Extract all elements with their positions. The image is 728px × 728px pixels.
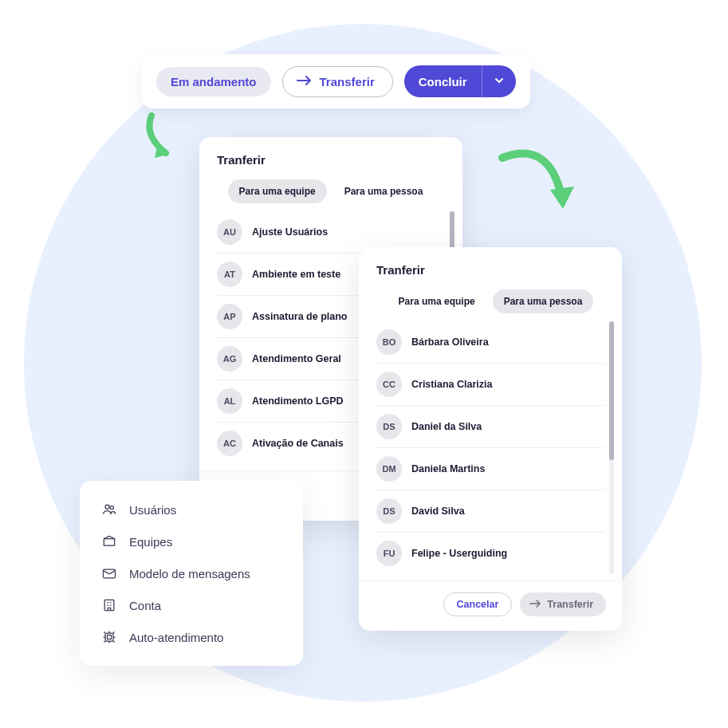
action-toolbar: Em andamento Transferir Concluir	[142, 54, 530, 108]
sidebar-item-selfservice[interactable]: Auto-atendimento	[100, 621, 282, 653]
avatar: CC	[376, 372, 402, 397]
tab-person[interactable]: Para uma pessoa	[493, 289, 594, 313]
avatar: DS	[376, 414, 402, 439]
concluir-dropdown-toggle[interactable]	[482, 67, 516, 96]
modal-tabs: Para uma equipe Para uma pessoa	[359, 289, 622, 321]
avatar: AU	[217, 219, 242, 245]
modal-title: Tranferir	[199, 137, 462, 179]
avatar: AG	[217, 346, 242, 372]
list-item[interactable]: FU Felipe - Userguiding	[376, 533, 604, 574]
transfer-submit-button[interactable]: Transferir	[520, 592, 606, 616]
list-item-label: Assinatura de plano	[252, 311, 347, 322]
envelope-icon	[100, 565, 118, 582]
avatar: FU	[376, 541, 402, 566]
list-item-label: Atendimento LGPD	[252, 395, 344, 407]
settings-menu: Usuários Equipes Modelo de mensagens Con…	[80, 481, 303, 666]
svg-rect-4	[105, 633, 113, 641]
modal-footer: Cancelar Transferir	[359, 580, 622, 631]
sidebar-item-message-templates[interactable]: Modelo de mensagens	[100, 557, 282, 589]
sidebar-item-label: Auto-atendimento	[129, 631, 223, 644]
transfer-label: Transferir	[320, 75, 375, 89]
tab-team[interactable]: Para uma equipe	[388, 289, 486, 313]
chip-icon	[100, 628, 118, 646]
list-item[interactable]: DS David Silva	[376, 490, 604, 533]
list-item-label: Felipe - Userguiding	[411, 548, 507, 559]
avatar: DS	[376, 498, 402, 524]
svg-point-1	[110, 506, 113, 509]
list-item[interactable]: DM Daniela Martins	[376, 448, 604, 490]
list-item-label: Daniel da Silva	[411, 421, 482, 432]
list-item-label: David Silva	[411, 506, 465, 517]
list-item-label: Cristiana Clarizia	[411, 379, 492, 390]
list-item[interactable]: CC Cristiana Clarizia	[376, 364, 604, 406]
list-item[interactable]: DS Daniel da Silva	[376, 406, 604, 448]
avatar: DM	[376, 456, 402, 482]
avatar: AP	[217, 304, 242, 329]
arrow-right-icon	[296, 74, 313, 89]
modal-tabs: Para uma equipe Para uma pessoa	[199, 179, 462, 211]
status-label: Em andamento	[171, 75, 257, 89]
list-item-label: Bárbara Oliveira	[411, 336, 489, 348]
building-icon	[100, 596, 118, 614]
person-list: BO Bárbara Oliveira CC Cristiana Clarizi…	[359, 321, 622, 574]
svg-rect-3	[104, 600, 114, 610]
cancel-button[interactable]: Cancelar	[443, 592, 513, 616]
users-icon	[100, 501, 118, 518]
transfer-modal-person: Tranferir Para uma equipe Para uma pesso…	[359, 247, 622, 631]
avatar: BO	[376, 329, 402, 355]
tab-team[interactable]: Para uma equipe	[228, 179, 327, 203]
scrollbar[interactable]	[609, 321, 614, 574]
tab-person[interactable]: Para uma pessoa	[333, 179, 435, 203]
svg-point-0	[105, 505, 109, 509]
concluir-button[interactable]: Concluir	[404, 65, 516, 97]
list-item-label: Ambiente em teste	[252, 269, 340, 280]
sidebar-item-label: Modelo de mensagens	[129, 567, 250, 580]
concluir-label: Concluir	[404, 67, 482, 96]
sidebar-item-account[interactable]: Conta	[100, 589, 282, 621]
status-pill: Em andamento	[156, 67, 271, 96]
avatar: AL	[217, 388, 242, 414]
avatar: AC	[217, 431, 242, 456]
list-item-label: Daniela Martins	[411, 463, 485, 474]
chevron-down-icon	[494, 75, 505, 89]
list-item[interactable]: BO Bárbara Oliveira	[376, 321, 604, 364]
tab-team-label: Para uma equipe	[399, 296, 475, 307]
modal-title: Tranferir	[359, 247, 622, 289]
tab-person-label: Para uma pessoa	[344, 186, 423, 197]
box-icon	[100, 533, 118, 550]
curved-arrow-icon	[136, 112, 191, 171]
tab-person-label: Para uma pessoa	[504, 296, 583, 307]
transfer-submit-label: Transferir	[547, 599, 593, 610]
sidebar-item-label: Conta	[129, 599, 161, 612]
cancel-label: Cancelar	[457, 599, 499, 610]
sidebar-item-users[interactable]: Usuários	[100, 494, 282, 525]
curved-arrow-icon	[494, 144, 582, 242]
sidebar-item-teams[interactable]: Equipes	[100, 525, 282, 557]
transfer-button[interactable]: Transferir	[282, 66, 393, 97]
avatar: AT	[217, 262, 242, 287]
sidebar-item-label: Equipes	[129, 535, 172, 549]
list-item-label: Atendimento Geral	[252, 353, 341, 364]
svg-rect-5	[108, 636, 112, 639]
list-item-label: Ativação de Canais	[252, 438, 344, 449]
sidebar-item-label: Usuários	[129, 503, 176, 517]
arrow-right-icon	[529, 599, 542, 611]
list-item-label: Ajuste Usuários	[252, 226, 328, 238]
tab-team-label: Para uma equipe	[239, 186, 316, 197]
